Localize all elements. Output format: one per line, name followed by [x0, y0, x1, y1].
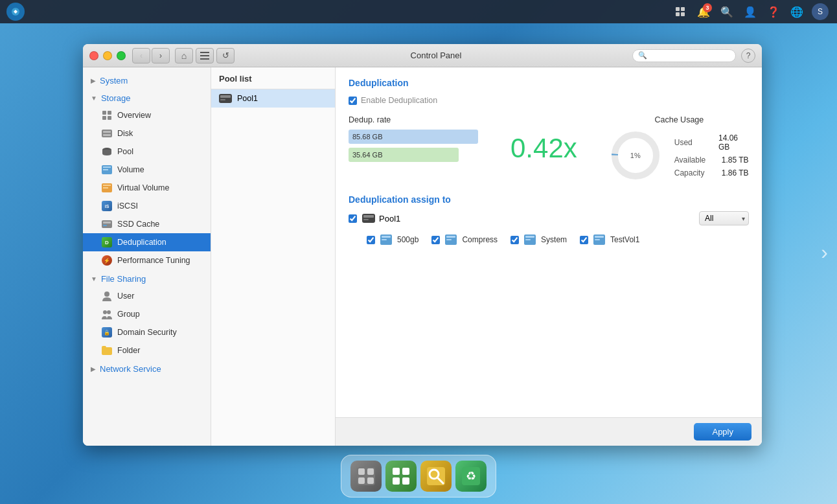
- dock-icon-recycle[interactable]: ♻: [455, 461, 487, 492]
- volume-checkbox-testvol1[interactable]: [580, 236, 588, 244]
- svg-rect-49: [358, 468, 365, 475]
- dedup-bar-row-1: 85.68 GB: [349, 130, 478, 144]
- dedup-bar-row-2: 35.64 GB: [349, 148, 478, 162]
- sidebar: ▶ System ▼ Storage: [83, 67, 211, 446]
- search-input[interactable]: [650, 51, 734, 60]
- sidebar-item-folder[interactable]: Folder: [83, 341, 211, 360]
- dedup-bars: 85.68 GB 35.64 GB: [349, 130, 478, 162]
- disk-label: Disk: [117, 129, 133, 138]
- svg-rect-30: [220, 99, 225, 100]
- sidebar-toggle-button[interactable]: [196, 48, 214, 63]
- svg-rect-46: [595, 236, 604, 238]
- sidebar-item-network-service[interactable]: ▶ Network Service: [83, 361, 211, 377]
- help-icon[interactable]: ❓: [763, 1, 784, 22]
- available-label: Available: [674, 155, 717, 165]
- sidebar-item-ssd-cache[interactable]: SSD Cache: [83, 215, 211, 233]
- sidebar-section-network-service: ▶ Network Service: [83, 361, 211, 377]
- storage-arrow-icon: ▼: [91, 95, 97, 102]
- used-label: Used: [674, 138, 713, 147]
- volume-item-testvol1: TestVol1: [580, 235, 639, 245]
- svg-rect-53: [393, 468, 400, 475]
- capacity-label: Capacity: [674, 168, 717, 178]
- sidebar-item-overview[interactable]: Overview: [83, 106, 211, 124]
- dedup-rate-display: 0.42x: [491, 115, 597, 181]
- home-button[interactable]: ⌂: [175, 48, 193, 63]
- volume-checkbox-500gb[interactable]: [367, 236, 375, 244]
- dock-icon-file-search[interactable]: [420, 461, 452, 492]
- ssd-cache-icon: [101, 218, 113, 230]
- svg-rect-4: [681, 12, 685, 16]
- volume-name-500gb: 500gb: [397, 235, 418, 244]
- sidebar-item-performance-tuning[interactable]: ⚡ Performance Tuning: [83, 251, 211, 269]
- iscsi-label: iSCSI: [117, 201, 138, 211]
- search-icon[interactable]: 🔍: [717, 1, 737, 22]
- svg-rect-17: [103, 166, 111, 168]
- sidebar-item-virtual-volume[interactable]: Virtual Volume: [83, 179, 211, 197]
- cache-usage-section: Cache Usage 1%: [610, 115, 749, 181]
- search-bar[interactable]: 🔍: [632, 49, 736, 62]
- nav-buttons: ‹ ›: [132, 48, 170, 63]
- sidebar-item-user[interactable]: User: [83, 287, 211, 305]
- user-icon[interactable]: 👤: [740, 1, 761, 22]
- file-sharing-arrow-icon: ▼: [91, 275, 97, 282]
- svg-rect-11: [108, 116, 111, 120]
- volume-icon-testvol1: [593, 235, 605, 245]
- svg-rect-34: [363, 215, 374, 218]
- system-arrow-icon: ▶: [91, 77, 96, 84]
- close-button[interactable]: [89, 51, 98, 60]
- svg-rect-41: [446, 239, 452, 240]
- grid-icon[interactable]: [670, 1, 691, 22]
- pool1-label: Pool1: [237, 94, 258, 103]
- back-button[interactable]: ‹: [132, 48, 150, 63]
- sidebar-section-system: ▶ System: [83, 73, 211, 89]
- minimize-button[interactable]: [103, 51, 112, 60]
- cache-stat-used: Used 14.06 GB: [674, 133, 749, 152]
- sidebar-item-volume[interactable]: Volume: [83, 161, 211, 179]
- assign-dropdown[interactable]: All Selected: [699, 211, 749, 225]
- domain-security-icon: 🔒: [101, 326, 113, 338]
- svg-rect-24: [103, 225, 107, 226]
- cache-stat-capacity: Capacity 1.86 TB: [674, 168, 749, 178]
- volume-checkbox-system[interactable]: [510, 236, 519, 244]
- sidebar-section-file-sharing: ▼ File Sharing User: [83, 271, 211, 360]
- volume-row: 500gb Compress: [349, 232, 749, 247]
- svg-rect-35: [363, 219, 369, 220]
- sidebar-item-domain-security[interactable]: 🔒 Domain Security: [83, 323, 211, 341]
- help-button[interactable]: ?: [741, 49, 755, 63]
- dock-icon-control-panel[interactable]: [350, 461, 382, 492]
- volume-icon-500gb: [380, 235, 392, 245]
- forward-button[interactable]: ›: [152, 48, 170, 63]
- bell-icon[interactable]: 🔔 3: [693, 1, 714, 22]
- sidebar-item-deduplication[interactable]: D Deduplication: [83, 233, 211, 251]
- globe-icon[interactable]: 🌐: [786, 1, 807, 22]
- sidebar-item-storage[interactable]: ▼ Storage: [83, 90, 211, 106]
- svg-rect-13: [103, 131, 111, 133]
- enable-deduplication-checkbox[interactable]: [349, 97, 357, 105]
- ssd-cache-label: SSD Cache: [117, 220, 159, 229]
- apply-button[interactable]: Apply: [694, 423, 751, 441]
- pool-list-item[interactable]: Pool1: [211, 89, 335, 108]
- app-logo[interactable]: [6, 3, 25, 21]
- maximize-button[interactable]: [117, 51, 126, 60]
- overview-icon: [101, 109, 113, 121]
- sidebar-item-pool[interactable]: Pool: [83, 143, 211, 161]
- sidebar-item-file-sharing[interactable]: ▼ File Sharing: [83, 271, 211, 287]
- dock-icon-grid-view[interactable]: [385, 461, 417, 492]
- sidebar-item-system[interactable]: ▶ System: [83, 73, 211, 89]
- sidebar-item-disk[interactable]: Disk: [83, 124, 211, 143]
- notification-badge: 3: [703, 3, 712, 12]
- sidebar-item-group[interactable]: Group: [83, 305, 211, 323]
- sidebar-item-iscsi[interactable]: iS iSCSI: [83, 197, 211, 215]
- assign-pool-checkbox[interactable]: [349, 214, 357, 223]
- iscsi-icon: iS: [101, 200, 113, 212]
- refresh-button[interactable]: ↺: [216, 48, 235, 63]
- right-arrow-button[interactable]: ›: [821, 240, 828, 264]
- avatar-icon[interactable]: S: [810, 1, 831, 22]
- domain-security-label: Domain Security: [117, 328, 177, 337]
- volume-checkbox-compress[interactable]: [431, 236, 440, 244]
- svg-rect-10: [102, 116, 106, 120]
- svg-rect-40: [446, 236, 455, 238]
- svg-rect-3: [676, 12, 680, 16]
- svg-rect-2: [681, 7, 685, 11]
- dedup-bar-2: 35.64 GB: [349, 148, 459, 162]
